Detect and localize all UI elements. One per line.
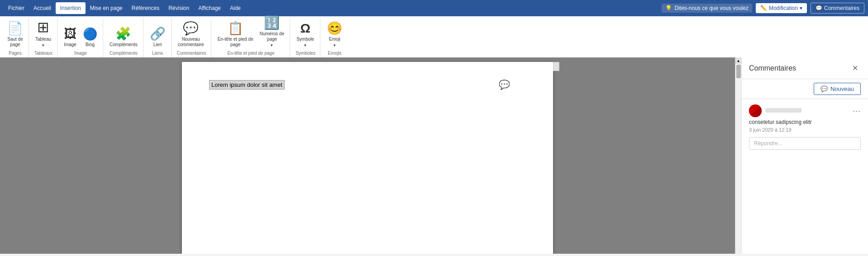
- ribbon-group-complements-items: 🧩 Compléments: [107, 18, 140, 49]
- menu-fichier[interactable]: Fichier: [4, 2, 29, 14]
- reply-field[interactable]: Répondre...: [749, 137, 861, 150]
- modification-label: Modification: [769, 5, 798, 11]
- ribbon-label-pages: Pages: [5, 51, 26, 56]
- complements-icon: 🧩: [115, 26, 131, 41]
- comment-date: 3 juin 2020 à 12:19: [749, 127, 861, 133]
- saut-de-page-button[interactable]: 📄 Saut depage: [5, 18, 26, 49]
- page-break-icon: 📄: [7, 21, 23, 36]
- entete-button[interactable]: 📋 En-tête et pied depage: [215, 18, 256, 49]
- nouveau-button[interactable]: 💬 Nouveau: [814, 83, 861, 95]
- image-label: Image: [64, 42, 76, 47]
- page-thumbnail: [553, 62, 559, 71]
- page-wrapper: Lorem ipsum dolor sit amet 💬: [0, 57, 735, 254]
- numeros-label: Numéros depage: [260, 31, 284, 42]
- ribbon-label-entete: En-tête et pied de page: [215, 51, 287, 56]
- lien-icon: 🔗: [150, 26, 166, 41]
- ribbon-group-image-items: 🖼 Image 🔵 Bing: [61, 18, 100, 49]
- tableau-label: Tableau: [35, 37, 51, 42]
- image-button[interactable]: 🖼 Image: [61, 18, 79, 49]
- scroll-thumb[interactable]: [736, 65, 741, 78]
- numeros-dropdown-arrow: ▾: [271, 43, 273, 47]
- numeros-icon: 🔢: [264, 15, 280, 30]
- ribbon-label-commentaires: Commentaires: [175, 51, 208, 56]
- ribbon-content: 📄 Saut depage Pages ⊞ Tableau ▾ Tableaux: [0, 16, 868, 57]
- menu-right-area: 💡 Dites-nous ce que vous voulez ✏️ Modif…: [662, 3, 865, 14]
- bing-button[interactable]: 🔵 Bing: [80, 18, 100, 49]
- ribbon-group-emojis: 😊 Emoji ▾ Emojis: [321, 18, 348, 57]
- nouveau-commentaire-button[interactable]: 💬 Nouveaucommentaire: [175, 18, 207, 49]
- avatar: [749, 104, 762, 117]
- ribbon-group-entete: 📋 En-tête et pied depage 🔢 Numéros depag…: [212, 18, 290, 57]
- symbole-icon: Ω: [300, 21, 310, 36]
- nouveau-commentaire-icon: 💬: [183, 21, 199, 36]
- ribbon-label-tableaux: Tableaux: [33, 51, 54, 56]
- menu-aide[interactable]: Aide: [225, 2, 245, 14]
- ribbon: 📄 Saut depage Pages ⊞ Tableau ▾ Tableaux: [0, 16, 868, 57]
- menu-insertion[interactable]: Insertion: [56, 2, 86, 14]
- comments-panel: Commentaires ✕ 💬 Nouveau ··· conset: [741, 57, 868, 254]
- menu-references[interactable]: Références: [127, 2, 164, 14]
- tableau-button[interactable]: ⊞ Tableau ▾: [33, 18, 54, 49]
- menu-affichage[interactable]: Affichage: [194, 2, 225, 14]
- ribbon-label-complements: Compléments: [107, 51, 140, 56]
- ribbon-group-entete-items: 📋 En-tête et pied depage 🔢 Numéros depag…: [215, 18, 287, 49]
- image-icon: 🖼: [64, 26, 76, 41]
- ribbon-group-symboles-items: Ω Symbole ▾: [294, 18, 317, 49]
- ribbon-group-liens-items: 🔗 Lien: [147, 18, 168, 49]
- menu-mise-en-page[interactable]: Mise en page: [86, 2, 127, 14]
- vertical-scrollbar[interactable]: ▲: [735, 57, 741, 254]
- lien-button[interactable]: 🔗 Lien: [147, 18, 168, 49]
- menu-revision[interactable]: Révision: [164, 2, 194, 14]
- author-info: [765, 108, 849, 114]
- tableau-icon: ⊞: [37, 19, 49, 36]
- comments-toolbar: 💬 Nouveau: [742, 79, 868, 99]
- bing-icon: 🔵: [83, 27, 97, 41]
- ribbon-label-emojis: Emojis: [324, 51, 345, 56]
- comments-title: Commentaires: [749, 64, 796, 72]
- numeros-button[interactable]: 🔢 Numéros depage ▾: [257, 18, 287, 49]
- comment-anchor-icon: 💬: [499, 79, 510, 90]
- pencil-icon: ✏️: [760, 5, 767, 11]
- nouveau-label: Nouveau: [830, 85, 854, 92]
- ribbon-group-symboles: Ω Symbole ▾ Symboles: [291, 18, 320, 57]
- lien-label: Lien: [153, 42, 162, 47]
- ribbon-group-emojis-items: 😊 Emoji ▾: [324, 18, 345, 49]
- search-box[interactable]: 💡 Dites-nous ce que vous voulez: [662, 4, 752, 13]
- comment-item: ··· consetetur sadipscing elitr 3 juin 2…: [742, 99, 868, 155]
- ribbon-group-tableaux-items: ⊞ Tableau ▾: [33, 18, 54, 49]
- nouveau-commentaire-label: Nouveaucommentaire: [178, 37, 204, 47]
- symbole-dropdown-arrow: ▾: [304, 43, 306, 47]
- ribbon-label-image: Image: [61, 51, 100, 56]
- menu-accueil[interactable]: Accueil: [29, 2, 56, 14]
- comments-close-button[interactable]: ✕: [849, 63, 861, 73]
- bing-label: Bing: [86, 42, 95, 47]
- scroll-up-arrow[interactable]: ▲: [735, 57, 742, 64]
- ribbon-group-tableaux: ⊞ Tableau ▾ Tableaux: [30, 18, 57, 57]
- document-area[interactable]: Lorem ipsum dolor sit amet 💬 ▲: [0, 57, 741, 254]
- ribbon-group-pages: 📄 Saut depage Pages: [2, 18, 29, 57]
- symbole-button[interactable]: Ω Symbole ▾: [294, 18, 317, 49]
- ribbon-label-liens: Liens: [147, 51, 168, 56]
- saut-de-page-label: Saut depage: [7, 37, 23, 47]
- comment-meta: ···: [749, 104, 861, 117]
- ribbon-group-image: 🖼 Image 🔵 Bing Image: [58, 18, 103, 57]
- ribbon-group-commentaires: 💬 Nouveaucommentaire Commentaires: [172, 18, 211, 57]
- complements-button[interactable]: 🧩 Compléments: [107, 18, 140, 49]
- commentaires-top-label: Commentaires: [824, 5, 859, 11]
- entete-icon: 📋: [228, 21, 243, 36]
- modification-button[interactable]: ✏️ Modification ▾: [756, 3, 807, 13]
- emoji-dropdown-arrow: ▾: [334, 43, 336, 47]
- tableau-dropdown-arrow: ▾: [42, 43, 44, 47]
- complements-label: Compléments: [110, 42, 138, 47]
- document-page: Lorem ipsum dolor sit amet 💬: [182, 62, 553, 254]
- main-area: Lorem ipsum dolor sit amet 💬 ▲ Commentai…: [0, 57, 868, 254]
- ribbon-group-pages-items: 📄 Saut depage: [5, 18, 26, 49]
- emoji-button[interactable]: 😊 Emoji ▾: [324, 18, 345, 49]
- commentaires-top-button[interactable]: 💬 Commentaires: [811, 3, 864, 14]
- ribbon-group-complements: 🧩 Compléments Compléments: [104, 18, 143, 57]
- comment-more-button[interactable]: ···: [853, 106, 861, 116]
- comments-header: Commentaires ✕: [742, 57, 868, 79]
- nouveau-icon: 💬: [820, 85, 828, 92]
- emoji-label: Emoji: [329, 37, 340, 42]
- ribbon-group-commentaires-items: 💬 Nouveaucommentaire: [175, 18, 208, 49]
